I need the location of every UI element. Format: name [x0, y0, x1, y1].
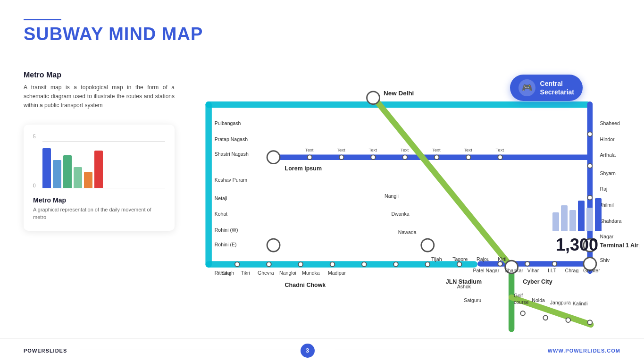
label-shaheed: Shaheed [600, 120, 620, 126]
svg-point-25 [426, 262, 430, 267]
label-new-delhi: New Delhi [384, 90, 414, 97]
stats-bar-3 [569, 210, 576, 231]
stats-bar-5 [586, 208, 593, 231]
svg-point-18 [552, 261, 557, 266]
label-golf2: course [514, 299, 529, 305]
svg-rect-5 [477, 261, 593, 267]
metro-map-title: Metro Map [24, 71, 175, 79]
label-keshav: Keshav Puram [215, 177, 247, 183]
metro-map-description: A transit map is a topological map in th… [24, 83, 175, 110]
stats-bars [552, 198, 602, 231]
svg-point-10 [339, 155, 344, 160]
stats-bar-6 [595, 198, 602, 231]
label-rajou: Rajou [477, 256, 490, 262]
cs-line1: Central [540, 79, 574, 88]
stats-bar-4 [578, 201, 585, 231]
label-cyber: Cyber City [523, 278, 552, 285]
header-accent-line [24, 19, 61, 20]
label-chrag: Chrag [565, 268, 579, 273]
svg-point-27 [588, 132, 593, 136]
label-madipur: Madipur [328, 270, 346, 276]
label-tikri: Tikri [241, 270, 250, 276]
svg-point-16 [498, 261, 502, 266]
label-dwanka: Dwanka [391, 211, 409, 217]
label-text4: Text [401, 147, 409, 152]
label-chadni: Chadni Chowk [285, 282, 326, 288]
svg-point-15 [498, 155, 502, 160]
y-axis-top: 5 [33, 134, 36, 139]
cs-line2: Secretariat [540, 88, 574, 96]
svg-rect-1 [205, 261, 477, 267]
svg-point-31 [520, 311, 525, 316]
cs-text: Central Secretariat [540, 79, 574, 96]
label-text6: Text [464, 147, 472, 152]
label-nangli: Nangli [385, 193, 399, 199]
label-arthala: Arthala [600, 152, 616, 158]
label-jln: JLN Stadium [446, 278, 482, 285]
label-nawada: Nawada [398, 229, 417, 235]
svg-point-26 [457, 262, 462, 267]
label-pulbangash: Pulbangash [215, 120, 241, 126]
left-panel: Metro Map A transit map is a topological… [24, 71, 175, 231]
svg-point-24 [393, 262, 398, 267]
label-vihar: Vihar [527, 268, 539, 273]
label-kalindi: Kalindi [573, 301, 588, 306]
page-title: SUBWAY MIND MAP [24, 24, 203, 44]
label-ghevra: Ghevra [258, 270, 274, 276]
label-nagar: Nagar [600, 234, 614, 239]
header: SUBWAY MIND MAP [24, 19, 203, 44]
footer: POWERSLIDES 3 WWW.POWERLIDES.COM [0, 338, 644, 362]
label-tagore: Tagore [452, 256, 468, 262]
label-greater: Greater [583, 268, 600, 273]
label-text1: Text [305, 147, 314, 152]
svg-point-17 [525, 261, 530, 266]
svg-rect-3 [274, 154, 591, 160]
station-rohini-e [267, 239, 280, 252]
label-terminal: Terminal 1 Airport [600, 242, 639, 249]
stats-number: 1,300 [552, 235, 602, 255]
label-netaji: Netaji [215, 195, 227, 201]
chart-card: 5 0 Metro Map A graphical representation… [24, 125, 175, 231]
chart-bar [74, 167, 82, 188]
label-golf: Golf [514, 293, 523, 298]
label-noida: Noida [532, 297, 545, 303]
label-kirti: Kirti [498, 256, 506, 262]
chart-bar [53, 160, 61, 188]
station-junction-1 [421, 239, 434, 252]
footer-brand-left: POWERSLIDES [24, 348, 67, 354]
svg-rect-0 [205, 101, 591, 108]
map-area: 🎮 Central Secretariat 1,300 [189, 66, 639, 334]
label-shyarn: Shyarn [600, 170, 616, 176]
label-nangloi: Nangloi [279, 270, 296, 276]
label-jangpura: Jangpura [550, 300, 571, 305]
chart-area: 5 0 [33, 134, 165, 191]
label-lorem-ipsum: Lorem ipsum [285, 165, 322, 172]
chart-bars [42, 141, 165, 188]
label-shastri: Shastri Nagash [215, 151, 249, 157]
label-shiv: Shiv [600, 257, 610, 263]
svg-point-28 [588, 164, 593, 168]
label-hindor: Hindor [600, 136, 615, 142]
chart-bar [94, 151, 103, 188]
chart-bar [42, 148, 51, 188]
title-part2: MAP [162, 24, 203, 44]
svg-point-23 [362, 262, 367, 267]
svg-line-6 [373, 97, 511, 267]
svg-point-11 [371, 155, 376, 160]
label-raj: Raj [600, 186, 608, 192]
chart-card-description: A graphical representation of the daily … [33, 206, 165, 221]
label-patel-nagar: Patel Nagar [473, 268, 499, 273]
label-text2: Text [337, 147, 345, 152]
label-rohiniw: Rohini (W) [215, 227, 238, 233]
label-shahdara: Shahdara [600, 218, 622, 224]
label-kohat: Kohat [215, 211, 228, 217]
footer-line-left [80, 350, 318, 350]
stats-box: 1,300 [552, 198, 602, 255]
chart-bar [63, 155, 72, 188]
footer-page-number: 3 [301, 344, 315, 358]
chart-bar [84, 172, 92, 188]
svg-rect-2 [205, 101, 211, 268]
svg-point-12 [402, 155, 407, 160]
label-shankar: Shankar [505, 268, 524, 273]
svg-point-9 [308, 155, 312, 160]
